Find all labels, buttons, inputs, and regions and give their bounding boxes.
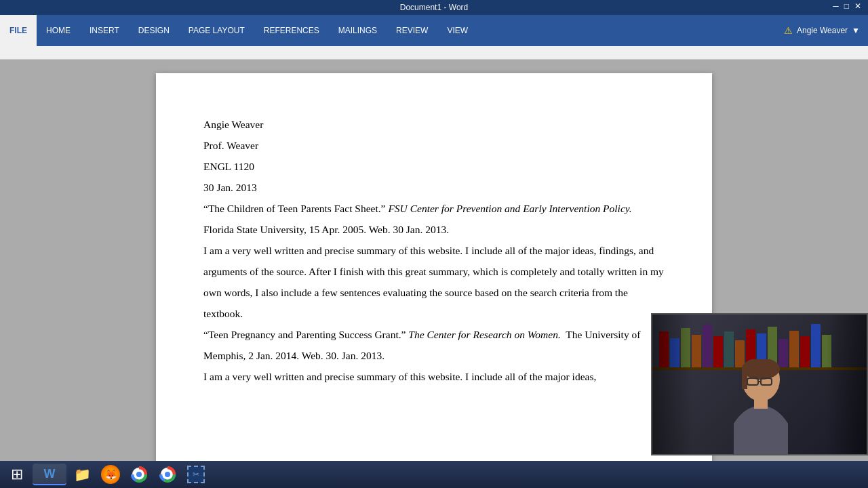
- tab-home[interactable]: HOME: [37, 15, 80, 46]
- chrome-taskbar-btn-2[interactable]: [155, 464, 180, 485]
- summary-2: I am a very well written and precise sum…: [203, 366, 665, 387]
- start-button[interactable]: ⊞: [4, 464, 30, 485]
- maximize-icon[interactable]: □: [844, 1, 849, 11]
- window-controls[interactable]: ─ □ ✕: [833, 1, 861, 11]
- video-overlay: [651, 313, 868, 455]
- right-shadow: [826, 314, 867, 454]
- chrome-taskbar-btn-1[interactable]: [126, 464, 152, 485]
- user-name: Angie Weaver: [797, 26, 848, 35]
- chrome-icon-2: [159, 466, 176, 483]
- citation-1: “The Children of Teen Parents Fact Sheet…: [203, 198, 665, 240]
- tab-file[interactable]: FILE: [0, 15, 37, 46]
- svg-point-9: [136, 472, 142, 477]
- document-page[interactable]: Angie Weaver Prof. Weaver ENGL 1120 30 J…: [156, 73, 712, 466]
- firefox-icon: 🦊: [101, 465, 120, 484]
- svg-rect-6: [754, 399, 768, 409]
- tab-references[interactable]: REFERENCES: [254, 15, 329, 46]
- course-line: ENGL 1120: [203, 156, 665, 177]
- video-content: [652, 314, 867, 454]
- tab-mailings[interactable]: MAILINGS: [329, 15, 387, 46]
- tab-review[interactable]: REVIEW: [387, 15, 437, 46]
- taskbar: ⊞ W 📁 🦊 ✂: [0, 461, 868, 488]
- svg-rect-2: [742, 369, 747, 389]
- tab-design[interactable]: DESIGN: [129, 15, 179, 46]
- summary-1: I am a very well written and precise sum…: [203, 240, 665, 324]
- title-bar-text: Document1 - Word: [400, 3, 468, 12]
- firefox-taskbar-btn[interactable]: 🦊: [98, 464, 123, 485]
- user-warning-icon: ⚠: [784, 25, 793, 36]
- user-account[interactable]: ⚠ Angie Weaver ▼: [776, 15, 868, 46]
- author-line: Angie Weaver: [203, 114, 665, 135]
- snipping-tool-btn[interactable]: ✂: [183, 464, 209, 485]
- user-dropdown-icon[interactable]: ▼: [852, 26, 860, 35]
- title-bar: Document1 - Word ─ □ ✕: [0, 0, 868, 15]
- tab-page-layout[interactable]: PAGE LAYOUT: [179, 15, 254, 46]
- ruler-area: [0, 46, 868, 60]
- person-silhouette: [693, 359, 829, 454]
- minimize-icon[interactable]: ─: [833, 1, 839, 11]
- tab-view[interactable]: VIEW: [437, 15, 477, 46]
- left-shadow: [652, 314, 693, 454]
- tab-insert[interactable]: INSERT: [80, 15, 129, 46]
- word-taskbar-btn[interactable]: W: [33, 464, 66, 485]
- date-line: 30 Jan. 2013: [203, 177, 665, 198]
- chrome-icon-1: [131, 466, 147, 483]
- folder-taskbar-btn[interactable]: 📁: [69, 464, 95, 485]
- main-area: Angie Weaver Prof. Weaver ENGL 1120 30 J…: [0, 60, 868, 472]
- ribbon: FILE HOME INSERT DESIGN PAGE LAYOUT REFE…: [0, 15, 868, 46]
- svg-point-12: [165, 472, 170, 477]
- close-icon[interactable]: ✕: [854, 1, 861, 11]
- citation-2: “Teen Pregnancy and Parenting Success Gr…: [203, 324, 665, 366]
- professor-line: Prof. Weaver: [203, 135, 665, 156]
- snipping-icon: ✂: [187, 466, 205, 483]
